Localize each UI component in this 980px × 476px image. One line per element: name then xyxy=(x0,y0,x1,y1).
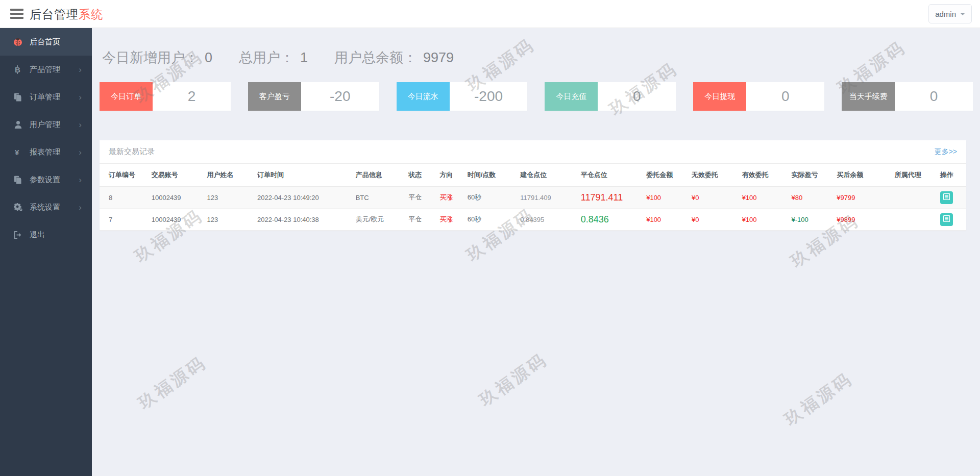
orders-icon xyxy=(12,92,23,102)
sidebar-item-orders[interactable]: 订单管理› xyxy=(0,83,92,111)
stat-card-today-withdraw: 今日提现0 xyxy=(693,82,824,111)
table-cell: ¥100 xyxy=(642,209,688,231)
stat-card-today-orders: 今日订单2 xyxy=(100,82,231,111)
sidebar-item-label: 报表管理 xyxy=(30,147,60,157)
table-cell: 10002439 xyxy=(148,209,203,231)
user-menu-button[interactable]: admin xyxy=(928,4,972,23)
table-cell: 10002439 xyxy=(148,187,203,209)
table-row: 7100024391232022-04-23 10:40:38美元/欧元平仓买涨… xyxy=(100,209,966,231)
bitcoin-icon: B xyxy=(12,65,23,74)
column-header: 有效委托 xyxy=(738,164,788,187)
list-icon xyxy=(943,193,950,202)
table-cell: 8 xyxy=(100,187,148,209)
table-cell: 买涨 xyxy=(435,187,463,209)
table-cell: ¥80 xyxy=(787,187,832,209)
table-cell: 0.8436 xyxy=(577,209,642,231)
more-link[interactable]: 更多>> xyxy=(935,147,957,157)
view-order-button[interactable] xyxy=(940,191,953,204)
stat-group-0: 今日新增用户：0 xyxy=(102,48,212,67)
user-icon xyxy=(12,120,23,129)
table-cell: 123 xyxy=(203,209,253,231)
stat-card-value: 0 xyxy=(895,82,973,111)
stat-label: 用户总余额： xyxy=(334,48,417,67)
sidebar-item-products[interactable]: B产品管理› xyxy=(0,56,92,83)
sidebar-item-label: 后台首页 xyxy=(30,37,60,47)
sidebar-item-home[interactable]: 后台首页 xyxy=(0,28,92,56)
chevron-right-icon: › xyxy=(79,120,82,129)
stat-label: 今日新增用户： xyxy=(102,48,199,67)
table-cell xyxy=(936,209,966,231)
stat-card-label: 今日订单 xyxy=(100,82,153,111)
column-header: 方向 xyxy=(435,164,463,187)
column-header: 委托金额 xyxy=(642,164,688,187)
list-icon xyxy=(943,215,950,223)
stat-card-label: 今日流水 xyxy=(397,82,450,111)
chevron-right-icon: › xyxy=(79,203,82,212)
stat-card-value: 0 xyxy=(746,82,824,111)
table-cell: BTC xyxy=(352,187,405,209)
column-header: 时间/点数 xyxy=(463,164,517,187)
stat-card-customer-pnl: 客户盈亏-20 xyxy=(248,82,379,111)
table-cell: 2022-04-23 10:49:20 xyxy=(253,187,352,209)
column-header: 所属代理 xyxy=(891,164,936,187)
table-cell xyxy=(936,187,966,209)
panel-title: 最新交易记录 xyxy=(109,147,155,157)
stat-label: 总用户： xyxy=(239,48,294,67)
sidebar-item-label: 系统设置 xyxy=(30,203,60,212)
column-header: 交易账号 xyxy=(148,164,203,187)
sidebar-item-logout[interactable]: 退出 xyxy=(0,221,92,248)
svg-text:¥: ¥ xyxy=(15,148,19,156)
column-header: 产品信息 xyxy=(352,164,405,187)
stat-value: 0 xyxy=(205,50,212,66)
table-cell: 平仓 xyxy=(404,209,435,231)
table-cell: ¥100 xyxy=(738,187,788,209)
sidebar-item-label: 订单管理 xyxy=(30,92,60,102)
stat-card-value: 0 xyxy=(598,82,676,111)
sidebar-item-label: 用户管理 xyxy=(30,120,60,130)
stats-summary: 今日新增用户：0总用户：1用户总余额：9979 xyxy=(102,48,973,67)
trades-table: 订单编号交易账号用户姓名订单时间产品信息状态方向时间/点数建仓点位平仓点位委托金… xyxy=(100,164,966,231)
sidebar-item-system[interactable]: 系统设置› xyxy=(0,193,92,221)
sidebar-item-label: 参数设置 xyxy=(30,175,60,185)
column-header: 买后余额 xyxy=(832,164,891,187)
table-cell: ¥9799 xyxy=(832,187,891,209)
stat-card-value: 2 xyxy=(153,82,231,111)
stat-card-today-fee: 当天手续费0 xyxy=(842,82,973,111)
sidebar-item-params[interactable]: 参数设置› xyxy=(0,166,92,193)
menu-toggle-icon[interactable] xyxy=(10,9,23,19)
trades-panel: 最新交易记录 更多>> 订单编号交易账号用户姓名订单时间产品信息状态方向时间/点… xyxy=(100,140,966,231)
table-row: 8100024391232022-04-23 10:49:20BTC平仓买涨60… xyxy=(100,187,966,209)
table-cell: 0.84395 xyxy=(516,209,577,231)
sidebar-item-label: 产品管理 xyxy=(30,65,60,74)
stat-card-label: 客户盈亏 xyxy=(248,82,301,111)
column-header: 实际盈亏 xyxy=(787,164,832,187)
app-title-accent: 系统 xyxy=(79,8,103,21)
table-cell: 60秒 xyxy=(463,187,517,209)
sidebar-item-reports[interactable]: ¥报表管理› xyxy=(0,138,92,166)
table-cell: ¥0 xyxy=(688,187,738,209)
table-cell: 123 xyxy=(203,187,253,209)
table-cell: 2022-04-23 10:40:38 xyxy=(253,209,352,231)
chevron-right-icon: › xyxy=(79,65,82,74)
table-cell: 美元/欧元 xyxy=(352,209,405,231)
main-content: 今日新增用户：0总用户：1用户总余额：9979 今日订单2客户盈亏-20今日流水… xyxy=(92,28,980,476)
table-cell xyxy=(891,187,936,209)
stat-cards: 今日订单2客户盈亏-20今日流水-200今日充值0今日提现0当天手续费0 xyxy=(100,82,973,111)
stat-card-label: 今日提现 xyxy=(693,82,746,111)
table-cell: ¥9899 xyxy=(832,209,891,231)
sidebar-item-label: 退出 xyxy=(30,230,45,240)
table-cell: ¥100 xyxy=(738,209,788,231)
sidebar-item-users[interactable]: 用户管理› xyxy=(0,111,92,138)
chevron-right-icon: › xyxy=(79,148,82,157)
table-cell: 11791.411 xyxy=(577,187,642,209)
table-cell: 平仓 xyxy=(404,187,435,209)
view-order-button[interactable] xyxy=(940,213,953,226)
stat-card-value: -20 xyxy=(301,82,379,111)
column-header: 平仓点位 xyxy=(577,164,642,187)
app-header: 后台管理系统 admin xyxy=(0,0,980,28)
table-header-row: 订单编号交易账号用户姓名订单时间产品信息状态方向时间/点数建仓点位平仓点位委托金… xyxy=(100,164,966,187)
table-cell xyxy=(891,209,936,231)
app-title-primary: 后台管理 xyxy=(30,8,79,21)
column-header: 建仓点位 xyxy=(516,164,577,187)
table-cell: 7 xyxy=(100,209,148,231)
